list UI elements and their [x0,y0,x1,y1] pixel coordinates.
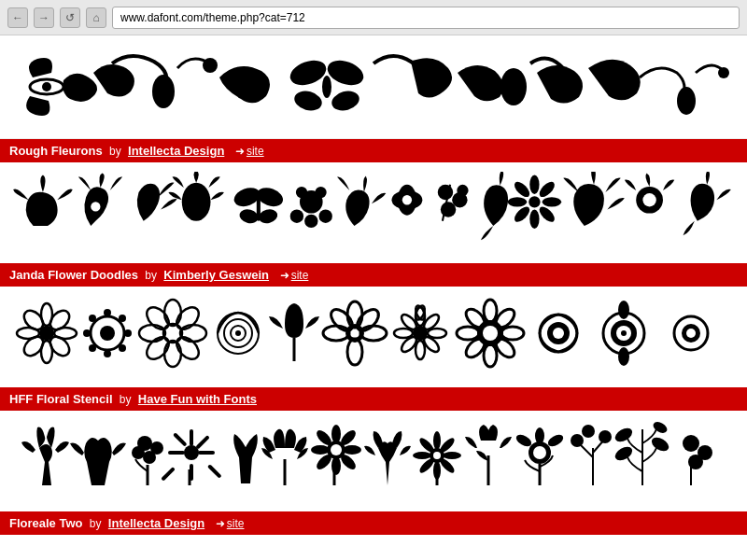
by-text: by [117,393,134,406]
svg-point-87 [428,329,446,338]
svg-point-97 [484,344,497,367]
svg-point-86 [394,329,413,338]
svg-point-10 [677,87,696,115]
svg-point-21 [319,210,332,223]
svg-point-58 [89,315,96,322]
svg-point-146 [438,436,457,455]
svg-point-7 [330,88,361,113]
svg-point-42 [642,193,655,206]
font-section-rough-fleurons: Rough Fleurons by Intellecta Design ➜ si… [0,139,747,256]
svg-point-59 [119,315,126,322]
svg-point-144 [443,452,461,459]
back-button[interactable]: ← [7,7,28,28]
svg-point-40 [537,204,557,225]
svg-point-150 [533,446,546,459]
site-link: ➜ site [280,269,309,282]
svg-point-22 [304,215,317,228]
svg-point-53 [100,326,115,341]
svg-rect-126 [195,435,210,450]
svg-point-64 [164,341,181,367]
svg-point-31 [457,185,468,196]
banner-preview-svg [9,45,738,129]
svg-point-82 [353,305,382,334]
font-preview-janda [0,287,747,380]
svg-rect-128 [207,464,222,479]
address-bar[interactable]: www.dafont.com/theme.php?cat=712 [112,7,740,29]
svg-point-143 [413,452,431,459]
floral3-svg [9,420,738,495]
svg-point-156 [582,425,595,438]
reload-button[interactable]: ↺ [60,7,80,28]
site-url-link[interactable]: site [227,517,245,530]
svg-point-61 [119,344,126,352]
svg-point-23 [296,187,307,198]
svg-point-145 [417,436,436,455]
author-link[interactable]: Have Fun with Fonts [138,392,257,406]
font-header-hff: HFF Floral Stencil by Have Fun with Font… [0,387,747,411]
svg-point-65 [139,325,165,342]
svg-point-32 [529,196,540,207]
author-link[interactable]: Kimberly Geswein [163,268,269,282]
svg-point-37 [512,179,532,200]
svg-point-133 [311,445,330,455]
site-link: ➜ site [235,145,264,158]
svg-point-1 [42,82,51,91]
author-link[interactable]: Intellecta Design [108,516,204,530]
svg-point-110 [621,330,627,336]
svg-point-36 [543,197,562,206]
svg-point-161 [683,435,699,452]
svg-point-154 [571,434,584,447]
svg-point-130 [331,444,342,455]
svg-point-131 [331,425,341,443]
svg-point-38 [537,179,557,200]
svg-point-111 [618,301,629,319]
font-title: Rough Fleurons [9,144,103,158]
browser-chrome: ← → ↺ ⌂ www.dafont.com/theme.php?cat=712 [0,0,747,35]
svg-point-33 [529,175,539,195]
site-arrow-icon: ➜ [216,517,225,530]
forward-button[interactable]: → [34,7,54,28]
svg-point-13 [182,183,211,221]
svg-point-79 [323,326,349,341]
svg-point-34 [529,210,539,230]
svg-point-147 [417,456,436,475]
by-text: by [87,517,105,530]
svg-point-140 [433,452,441,459]
svg-point-134 [343,445,361,455]
svg-point-3 [203,58,218,73]
svg-point-80 [360,326,387,341]
svg-rect-121 [190,429,193,446]
svg-point-2 [152,75,175,108]
font-section-hff-floral-stencil: HFF Floral Stencil by Have Fun with Font… [0,387,747,504]
svg-point-63 [164,300,181,326]
svg-point-67 [143,303,174,334]
svg-point-81 [327,305,356,334]
svg-point-60 [89,344,96,352]
svg-point-20 [290,210,303,223]
site-url-link[interactable]: site [247,145,264,158]
svg-rect-127 [161,467,176,482]
svg-point-6 [292,88,324,113]
top-banner-section [0,35,747,139]
svg-point-98 [457,327,479,340]
svg-point-85 [416,341,425,359]
url-text: www.dafont.com/theme.php?cat=712 [120,11,305,24]
svg-point-119 [132,446,145,459]
site-arrow-icon: ➜ [280,269,289,282]
svg-rect-123 [168,451,185,455]
svg-point-141 [433,431,441,450]
svg-point-99 [501,327,524,340]
svg-point-159 [613,426,634,444]
site-url-link[interactable]: site [291,269,309,282]
home-button[interactable]: ⌂ [86,7,106,28]
svg-rect-18 [257,192,261,221]
svg-point-39 [512,204,532,225]
font-title: Floreale Two [9,516,83,530]
site-arrow-icon: ➜ [235,145,245,158]
by-text: by [106,145,124,158]
svg-point-142 [433,461,441,480]
author-link[interactable]: Intellecta Design [128,144,224,158]
svg-point-148 [438,456,457,475]
page-content: Rough Fleurons by Intellecta Design ➜ si… [0,35,747,560]
font-title: Janda Flower Doodles [9,268,138,282]
